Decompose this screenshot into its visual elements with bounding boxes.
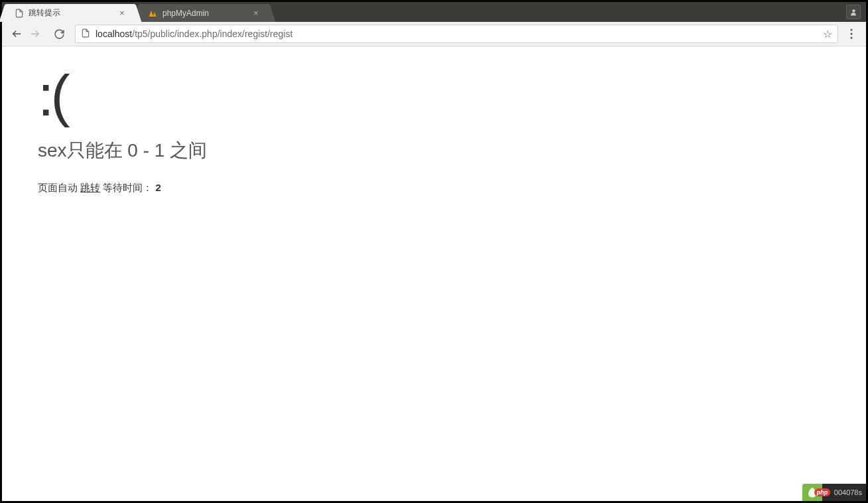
browser-toolbar: localhost/tp5/public/index.php/index/reg… bbox=[2, 22, 866, 46]
sad-face-icon: :( bbox=[38, 66, 830, 125]
svg-point-4 bbox=[850, 33, 852, 35]
redirect-prefix: 页面自动 bbox=[38, 182, 80, 193]
svg-point-0 bbox=[852, 9, 855, 12]
timing-label: 004078s bbox=[834, 488, 862, 496]
close-icon[interactable]: × bbox=[117, 9, 127, 18]
url-path: /tp5/public/index.php/index/regist/regis… bbox=[132, 29, 292, 39]
watermark-text: php 004078s bbox=[822, 484, 866, 501]
php-badge: php bbox=[814, 488, 831, 496]
error-message: sex只能在 0 - 1 之间 bbox=[38, 138, 830, 163]
address-bar[interactable]: localhost/tp5/public/index.php/index/reg… bbox=[75, 25, 838, 43]
tab-title: phpMyAdmin bbox=[162, 9, 247, 18]
document-icon bbox=[14, 8, 25, 19]
user-profile-button[interactable] bbox=[846, 5, 861, 19]
browser-tab-bar: 跳转提示 × phpMyAdmin × bbox=[2, 2, 866, 22]
browser-menu-button[interactable] bbox=[842, 25, 861, 43]
browser-tab-active[interactable]: 跳转提示 × bbox=[7, 4, 133, 22]
site-info-icon[interactable] bbox=[81, 29, 90, 40]
redirect-countdown: 2 bbox=[156, 182, 161, 193]
phpmyadmin-icon bbox=[148, 8, 158, 19]
forward-button[interactable] bbox=[26, 25, 44, 43]
redirect-link[interactable]: 跳转 bbox=[80, 182, 100, 193]
url-host: localhost bbox=[95, 29, 132, 39]
bookmark-star-icon[interactable]: ☆ bbox=[823, 28, 832, 40]
page-content: :( sex只能在 0 - 1 之间 页面自动 跳转 等待时间： 2 php 0… bbox=[2, 46, 866, 501]
svg-point-3 bbox=[850, 29, 852, 31]
svg-point-5 bbox=[850, 36, 852, 38]
redirect-info: 页面自动 跳转 等待时间： 2 bbox=[38, 182, 830, 194]
redirect-wait-label: 等待时间： bbox=[100, 182, 155, 193]
close-icon[interactable]: × bbox=[251, 9, 261, 18]
back-button[interactable] bbox=[7, 25, 26, 43]
watermark-badge: php 004078s bbox=[802, 484, 866, 501]
browser-tab-inactive[interactable]: phpMyAdmin × bbox=[141, 4, 267, 22]
tab-title: 跳转提示 bbox=[29, 7, 113, 19]
reload-button[interactable] bbox=[50, 25, 68, 43]
